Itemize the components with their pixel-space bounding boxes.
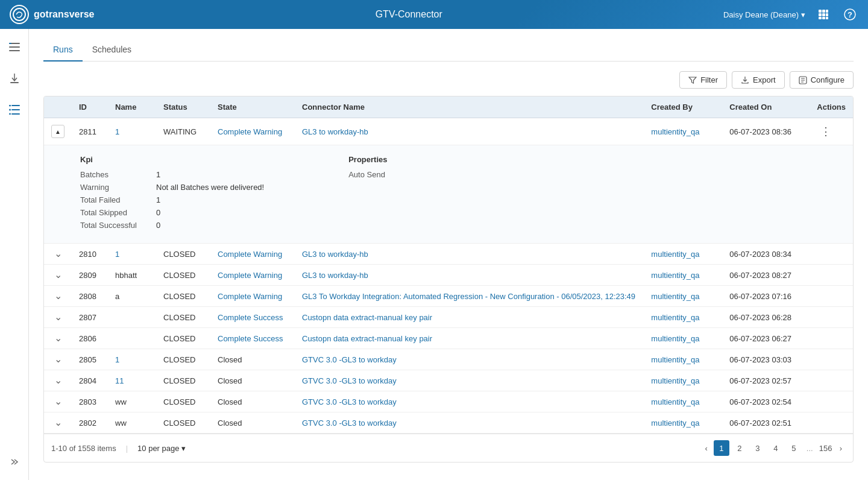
grid-icon[interactable] <box>815 6 832 23</box>
cell-created-by[interactable]: multientity_qa <box>644 349 722 370</box>
tab-schedules[interactable]: Schedules <box>83 39 141 62</box>
expand-row-button[interactable]: ⌄ <box>51 376 64 385</box>
cell-status: WAITING <box>156 118 210 145</box>
cell-created-by[interactable]: multientity_qa <box>644 370 722 391</box>
page-2[interactable]: 2 <box>732 440 747 456</box>
state-link[interactable]: Complete Warning <box>218 271 282 280</box>
name-link[interactable]: 1 <box>115 355 119 364</box>
cell-name[interactable]: 1 <box>108 118 156 145</box>
name-link[interactable]: 1 <box>115 250 119 259</box>
connector-link[interactable]: Custopn data extract-manual key pair <box>302 313 432 322</box>
cell-connector-name[interactable]: Custopn data extract-manual key pair <box>295 328 644 349</box>
cell-connector-name[interactable]: GTVC 3.0 -GL3 to workday <box>295 391 644 412</box>
cell-created-by[interactable]: multientity_qa <box>644 118 722 145</box>
cell-created-by[interactable]: multientity_qa <box>644 412 722 434</box>
expand-row-button[interactable]: ⌄ <box>51 270 64 280</box>
cell-connector-name[interactable]: GL3 to workday-hb <box>295 265 644 286</box>
created-by-link[interactable]: multientity_qa <box>651 292 699 301</box>
sidebar-item-list[interactable] <box>4 99 25 121</box>
created-by-link[interactable]: multientity_qa <box>651 250 699 259</box>
created-by-link[interactable]: multientity_qa <box>651 334 699 343</box>
cell-state[interactable]: Complete Warning <box>210 118 295 145</box>
svg-rect-1 <box>819 10 822 13</box>
cell-created-by[interactable]: multientity_qa <box>644 307 722 328</box>
collapse-row-button[interactable]: ▲ <box>51 125 64 138</box>
connector-link[interactable]: GTVC 3.0 -GL3 to workday <box>302 397 397 406</box>
cell-state[interactable]: Complete Warning <box>210 265 295 286</box>
created-by-link[interactable]: multientity_qa <box>651 418 699 428</box>
page-5[interactable]: 5 <box>786 440 802 456</box>
cell-created-on: 06-07-2023 02:57 <box>722 370 810 391</box>
configure-button[interactable]: Configure <box>790 71 854 89</box>
state-link[interactable]: Complete Success <box>218 313 283 322</box>
cell-created-by[interactable]: multientity_qa <box>644 265 722 286</box>
sidebar-item-menu[interactable] <box>4 36 25 58</box>
cell-state[interactable]: Complete Warning <box>210 286 295 307</box>
actions-menu-button[interactable]: ⋮ <box>817 124 835 139</box>
created-by-link[interactable]: multientity_qa <box>651 397 699 406</box>
help-icon[interactable]: ? <box>841 6 858 23</box>
logo[interactable]: gotransverse <box>10 5 95 24</box>
connector-link[interactable]: GL3 to workday-hb <box>302 271 368 280</box>
cell-created-by[interactable]: multientity_qa <box>644 391 722 412</box>
prev-page-button[interactable]: ‹ <box>701 441 711 455</box>
state-link[interactable]: Complete Warning <box>218 292 282 301</box>
cell-connector-name[interactable]: GTVC 3.0 -GL3 to workday <box>295 370 644 391</box>
cell-created-by[interactable]: multientity_qa <box>644 286 722 307</box>
created-by-link[interactable]: multientity_qa <box>651 355 699 364</box>
created-by-link[interactable]: multientity_qa <box>651 313 699 322</box>
cell-connector-name[interactable]: GL3 to workday-hb <box>295 118 644 145</box>
cell-created-on: 06-07-2023 02:54 <box>722 391 810 412</box>
cell-state[interactable]: Complete Success <box>210 307 295 328</box>
page-4[interactable]: 4 <box>768 440 784 456</box>
pagination-left: 1-10 of 1558 items | 10 per page ▾ <box>51 444 186 453</box>
expand-row-button[interactable]: ⌄ <box>51 312 64 322</box>
connector-link[interactable]: GTVC 3.0 -GL3 to workday <box>302 355 397 364</box>
cell-name[interactable]: 1 <box>108 244 156 265</box>
connector-link[interactable]: GL3 to workday-hb <box>302 127 368 136</box>
cell-id: 2804 <box>72 370 108 391</box>
tab-runs[interactable]: Runs <box>43 39 83 62</box>
kpi-value: 0 <box>156 221 160 230</box>
cell-connector-name[interactable]: Custopn data extract-manual key pair <box>295 307 644 328</box>
page-last[interactable]: 156 <box>818 440 834 456</box>
cell-connector-name[interactable]: GTVC 3.0 -GL3 to workday <box>295 412 644 434</box>
state-link[interactable]: Complete Warning <box>218 127 282 136</box>
export-button[interactable]: Export <box>732 71 785 89</box>
connector-link[interactable]: GTVC 3.0 -GL3 to workday <box>302 376 397 385</box>
cell-created-by[interactable]: multientity_qa <box>644 328 722 349</box>
per-page-selector[interactable]: 10 per page ▾ <box>137 444 186 453</box>
created-by-link[interactable]: multientity_qa <box>651 376 699 385</box>
expand-row-button[interactable]: ⌄ <box>51 249 64 259</box>
cell-connector-name[interactable]: GL3 to workday-hb <box>295 244 644 265</box>
cell-name[interactable]: 1 <box>108 349 156 370</box>
state-link[interactable]: Complete Success <box>218 334 283 343</box>
expand-row-button[interactable]: ⌄ <box>51 355 64 364</box>
cell-created-by[interactable]: multientity_qa <box>644 244 722 265</box>
created-by-link[interactable]: multientity_qa <box>651 127 699 136</box>
connector-link[interactable]: GTVC 3.0 -GL3 to workday <box>302 418 397 428</box>
connector-link[interactable]: GL3 to workday-hb <box>302 250 368 259</box>
state-link[interactable]: Complete Warning <box>218 250 282 259</box>
created-by-link[interactable]: multientity_qa <box>651 271 699 280</box>
cell-state[interactable]: Complete Success <box>210 328 295 349</box>
cell-state[interactable]: Complete Warning <box>210 244 295 265</box>
cell-connector-name[interactable]: GTVC 3.0 -GL3 to workday <box>295 349 644 370</box>
page-3[interactable]: 3 <box>750 440 766 456</box>
sidebar-item-download[interactable] <box>4 68 25 89</box>
cell-name[interactable]: 11 <box>108 370 156 391</box>
sidebar-expand-button[interactable] <box>4 451 25 473</box>
expand-row-button[interactable]: ⌄ <box>51 291 64 301</box>
filter-button[interactable]: Filter <box>679 71 727 89</box>
expand-row-button[interactable]: ⌄ <box>51 333 64 343</box>
next-page-button[interactable]: › <box>836 441 846 455</box>
expand-row-button[interactable]: ⌄ <box>51 418 64 428</box>
name-link[interactable]: 1 <box>115 127 119 136</box>
connector-link[interactable]: GL3 To Workday Integration: Automated Re… <box>302 292 635 301</box>
user-menu[interactable]: Daisy Deane (Deane) ▾ <box>723 10 805 19</box>
expand-row-button[interactable]: ⌄ <box>51 397 64 406</box>
page-1[interactable]: 1 <box>714 440 729 456</box>
cell-connector-name[interactable]: GL3 To Workday Integration: Automated Re… <box>295 286 644 307</box>
connector-link[interactable]: Custopn data extract-manual key pair <box>302 334 432 343</box>
name-link[interactable]: 11 <box>115 376 124 385</box>
